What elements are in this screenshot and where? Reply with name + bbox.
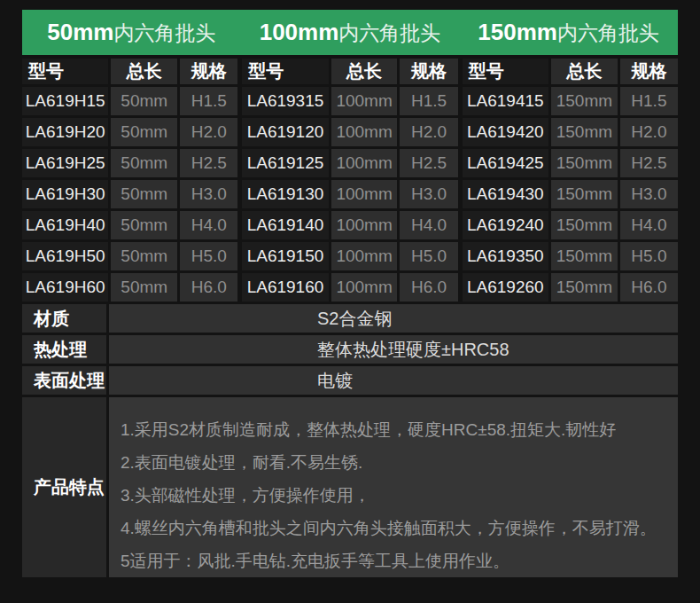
- length-cell: 100mm: [331, 118, 398, 146]
- header-cell-length: 总长: [331, 59, 398, 84]
- heat-treatment-value: 整体热处理硬度±HRC58: [109, 335, 678, 364]
- spec-cell: H1.5: [400, 87, 457, 115]
- heat-treatment-row: 热处理 整体热处理硬度±HRC58: [22, 335, 678, 364]
- model-cell: LA619350: [463, 242, 548, 270]
- length-cell: 100mm: [331, 87, 398, 115]
- table-row: LA619425150mmH2.5: [463, 149, 678, 177]
- header-row: 型号总长规格: [242, 59, 457, 84]
- spec-cell: H2.5: [620, 149, 678, 177]
- table-row: LA619H2050mmH2.0: [22, 118, 237, 146]
- title-50mm: 50mm内六角批头: [22, 19, 241, 47]
- model-cell: LA619430: [463, 180, 548, 208]
- length-cell: 100mm: [331, 180, 398, 208]
- table-row: LA619430150mmH3.0: [463, 180, 678, 208]
- length-cell: 150mm: [551, 149, 618, 177]
- spec-cell: H5.0: [180, 242, 237, 270]
- header-row: 型号总长规格: [463, 59, 678, 84]
- model-cell: LA619H25: [22, 149, 108, 177]
- title-size-100: 100mm: [260, 19, 339, 45]
- model-cell: LA619150: [242, 242, 328, 270]
- model-cell: LA619H30: [22, 180, 108, 208]
- title-size-150: 150mm: [478, 19, 557, 45]
- model-cell: LA619315: [242, 87, 328, 115]
- model-cell: LA619160: [242, 273, 328, 302]
- length-cell: 100mm: [331, 273, 398, 302]
- table-group-100mm: 型号总长规格LA619315100mmH1.5LA619120100mmH2.0…: [242, 59, 457, 304]
- table-row: LA619240150mmH4.0: [463, 211, 678, 239]
- spec-cell: H4.0: [180, 211, 237, 239]
- model-cell: LA619120: [242, 118, 328, 146]
- table-row: LA619420150mmH2.0: [463, 118, 678, 146]
- spec-cell: H2.0: [400, 118, 457, 146]
- length-cell: 100mm: [331, 149, 398, 177]
- spec-cell: H6.0: [620, 273, 678, 302]
- model-cell: LA619420: [463, 118, 548, 146]
- length-cell: 150mm: [551, 273, 618, 302]
- model-cell: LA619240: [463, 211, 548, 239]
- surface-treatment-row: 表面处理 电镀: [22, 366, 678, 395]
- table-row: LA619415150mmH1.5: [463, 87, 678, 115]
- model-cell: LA619415: [463, 87, 548, 115]
- feature-line: 2.表面电镀处理，耐看.不易生锈.: [121, 446, 669, 479]
- table-row: LA619H2550mmH2.5: [22, 149, 237, 177]
- spec-cell: H3.0: [620, 180, 678, 208]
- table-row: LA619H6050mmH6.0: [22, 273, 237, 302]
- title-150mm: 150mm内六角批头: [459, 19, 678, 47]
- table-group-50mm: 型号总长规格LA619H1550mmH1.5LA619H2050mmH2.0LA…: [22, 59, 237, 304]
- features-body: 1.采用S2材质制造耐成，整体热处理，硬度HRC±58.扭矩大.韧性好 2.表面…: [109, 397, 678, 577]
- model-cell: LA619H15: [22, 87, 108, 115]
- header-cell-spec: 规格: [400, 59, 457, 84]
- spec-cell: H2.0: [180, 118, 237, 146]
- table-row: LA619150100mmH5.0: [242, 242, 457, 270]
- surface-treatment-value: 电镀: [109, 366, 678, 395]
- table-row: LA619H4050mmH4.0: [22, 211, 237, 239]
- header-row: 型号总长规格: [22, 59, 237, 84]
- title-size-50: 50mm: [47, 19, 113, 45]
- length-cell: 50mm: [111, 118, 177, 146]
- length-cell: 50mm: [111, 87, 177, 115]
- spec-cell: H6.0: [400, 273, 457, 302]
- table-row: LA619315100mmH1.5: [242, 87, 457, 115]
- spec-cell: H4.0: [620, 211, 678, 239]
- header-cell-model: 型号: [463, 59, 548, 84]
- table-row: LA619130100mmH3.0: [242, 180, 457, 208]
- table-row: LA619140100mmH4.0: [242, 211, 457, 239]
- feature-line: 3.头部磁性处理，方便操作使用，: [121, 479, 669, 512]
- length-cell: 150mm: [551, 180, 618, 208]
- table-row: LA619350150mmH5.0: [463, 242, 678, 270]
- material-row: 材质 S2合金钢: [22, 304, 678, 333]
- spec-cell: H3.0: [180, 180, 237, 208]
- features-row: 产品特点 1.采用S2材质制造耐成，整体热处理，硬度HRC±58.扭矩大.韧性好…: [22, 397, 678, 577]
- length-cell: 150mm: [551, 87, 618, 115]
- header-cell-length: 总长: [111, 59, 177, 84]
- length-cell: 150mm: [551, 242, 618, 270]
- spec-cell: H2.5: [400, 149, 457, 177]
- spec-cell: H3.0: [400, 180, 457, 208]
- title-suffix-50: 内六角批头: [113, 21, 215, 44]
- model-cell: LA619H40: [22, 211, 108, 239]
- feature-line: 4.螺丝内六角槽和批头之间内六角头接触面积大，方便操作，不易打滑。: [121, 512, 669, 544]
- table-row: LA619160100mmH6.0: [242, 273, 457, 302]
- title-100mm: 100mm内六角批头: [241, 19, 460, 47]
- feature-line: 1.采用S2材质制造耐成，整体热处理，硬度HRC±58.扭矩大.韧性好: [121, 413, 669, 446]
- spec-rows: 材质 S2合金钢 热处理 整体热处理硬度±HRC58 表面处理 电镀: [22, 304, 678, 395]
- features-label: 产品特点: [22, 397, 106, 577]
- model-cell: LA619260: [463, 273, 548, 302]
- length-cell: 100mm: [331, 242, 398, 270]
- model-cell: LA619140: [242, 211, 328, 239]
- table-row: LA619260150mmH6.0: [463, 273, 678, 302]
- model-cell: LA619125: [242, 149, 328, 177]
- spec-cell: H2.5: [180, 149, 237, 177]
- table-row: LA619H1550mmH1.5: [22, 87, 237, 115]
- table-row: LA619120100mmH2.0: [242, 118, 457, 146]
- table-group-150mm: 型号总长规格LA619415150mmH1.5LA619420150mmH2.0…: [463, 59, 678, 304]
- spec-cell: H2.0: [620, 118, 678, 146]
- spec-cell: H5.0: [620, 242, 678, 270]
- table-row: LA619H5050mmH5.0: [22, 242, 237, 270]
- length-cell: 50mm: [111, 242, 177, 270]
- material-value: S2合金钢: [109, 304, 678, 333]
- header-cell-model: 型号: [242, 59, 328, 84]
- table-row: LA619H3050mmH3.0: [22, 180, 237, 208]
- model-cell: LA619425: [463, 149, 548, 177]
- header-cell-spec: 规格: [180, 59, 237, 84]
